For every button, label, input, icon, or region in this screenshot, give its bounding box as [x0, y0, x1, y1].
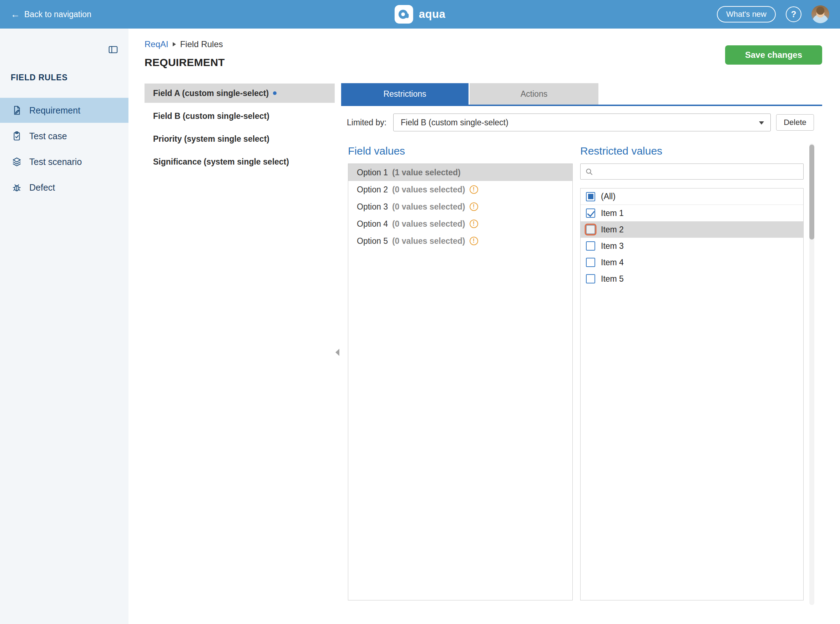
- sidebar-item-label: Requirement: [29, 105, 80, 116]
- option-name: Option 3: [357, 202, 388, 212]
- field-value-row-option-1[interactable]: Option 1 (1 value selected): [348, 164, 572, 181]
- restricted-row-item-3[interactable]: Item 3: [581, 238, 803, 254]
- breadcrumb-current: Field Rules: [180, 39, 223, 49]
- search-icon: [585, 167, 593, 178]
- document-edit-icon: [11, 105, 22, 116]
- sidebar: FIELD RULES Requirement Test case: [0, 29, 128, 624]
- sidebar-menu: Requirement Test case Test scenario: [0, 98, 128, 201]
- back-to-navigation-link[interactable]: Back to navigation: [11, 0, 91, 29]
- field-row-field-b[interactable]: Field B (custom single-select): [145, 107, 335, 126]
- whats-new-button[interactable]: What's new: [717, 6, 776, 23]
- sidebar-collapse-icon[interactable]: [108, 44, 119, 55]
- avatar[interactable]: [811, 5, 829, 23]
- topbar-right: What's new ?: [717, 0, 829, 29]
- restricted-item-label: (All): [601, 192, 615, 201]
- sidebar-item-test-case[interactable]: Test case: [0, 124, 128, 148]
- field-row-label: Field A (custom single-select): [153, 88, 269, 98]
- layers-icon: [11, 156, 22, 167]
- scrollbar-thumb[interactable]: [809, 145, 814, 239]
- field-row-label: Priority (system single select): [153, 134, 270, 144]
- page-title: REQUIREMENT: [145, 56, 225, 68]
- option-status: (0 values selected): [392, 185, 465, 195]
- vertical-scrollbar[interactable]: [809, 144, 814, 605]
- checkbox-checked-icon[interactable]: [586, 209, 595, 218]
- aqua-logo-icon: [395, 5, 413, 23]
- field-value-row-option-2[interactable]: Option 2 (0 values selected): [348, 181, 572, 198]
- top-bar: Back to navigation aqua What's new ?: [0, 0, 840, 29]
- warning-icon: [470, 237, 478, 245]
- restricted-values-heading: Restricted values: [580, 145, 662, 157]
- option-name: Option 1: [357, 168, 388, 178]
- warning-icon: [470, 202, 478, 211]
- field-value-row-option-5[interactable]: Option 5 (0 values selected): [348, 232, 572, 250]
- tab-underline: [341, 105, 822, 106]
- sidebar-item-label: Defect: [29, 182, 55, 193]
- breadcrumb-link-reqai[interactable]: ReqAI: [145, 39, 168, 49]
- breadcrumb: ReqAI Field Rules: [145, 39, 223, 49]
- checkbox-unchecked-icon[interactable]: [586, 258, 595, 267]
- field-value-row-option-4[interactable]: Option 4 (0 values selected): [348, 215, 572, 232]
- chevron-down-icon: [759, 121, 764, 125]
- restricted-values-search: [580, 164, 804, 179]
- option-status: (1 value selected): [392, 168, 461, 178]
- field-rules-list: Field A (custom single-select) Field B (…: [145, 83, 335, 175]
- option-name: Option 2: [357, 185, 388, 195]
- field-row-priority[interactable]: Priority (system single select): [145, 129, 335, 148]
- search-input[interactable]: [598, 164, 801, 179]
- checkbox-unchecked-icon[interactable]: [586, 274, 595, 283]
- checkbox-focused-icon[interactable]: [586, 225, 595, 234]
- restricted-row-item-5[interactable]: Item 5: [581, 270, 803, 287]
- option-status: (0 values selected): [392, 202, 465, 212]
- restricted-row-item-4[interactable]: Item 4: [581, 254, 803, 270]
- restricted-item-label: Item 4: [601, 258, 624, 267]
- sidebar-item-requirement[interactable]: Requirement: [0, 98, 128, 123]
- restricted-row-item-1[interactable]: Item 1: [581, 205, 803, 221]
- help-icon[interactable]: ?: [786, 6, 801, 22]
- brand: aqua: [395, 0, 445, 29]
- field-row-label: Significance (system single select): [153, 157, 289, 167]
- field-row-significance[interactable]: Significance (system single select): [145, 152, 335, 171]
- warning-icon: [470, 185, 478, 194]
- option-name: Option 4: [357, 219, 388, 229]
- app-root: Back to navigation aqua What's new ? FIE: [0, 0, 840, 624]
- field-values-heading: Field values: [348, 145, 405, 157]
- checkbox-unchecked-icon[interactable]: [586, 241, 595, 250]
- sidebar-item-label: Test case: [29, 131, 67, 141]
- field-value-row-option-3[interactable]: Option 3 (0 values selected): [348, 198, 572, 215]
- back-arrow-icon: [11, 10, 20, 19]
- sidebar-item-defect[interactable]: Defect: [0, 175, 128, 200]
- warning-icon: [470, 219, 478, 228]
- tab-actions[interactable]: Actions: [470, 83, 598, 105]
- back-label: Back to navigation: [24, 10, 91, 19]
- field-row-label: Field B (custom single-select): [153, 111, 270, 121]
- restricted-item-label: Item 3: [601, 241, 624, 251]
- option-status: (0 values selected): [392, 219, 465, 229]
- sidebar-item-label: Test scenario: [29, 157, 82, 167]
- delete-button[interactable]: Delete: [776, 114, 814, 131]
- tab-restrictions[interactable]: Restrictions: [341, 83, 469, 105]
- sidebar-item-test-scenario[interactable]: Test scenario: [0, 149, 128, 174]
- panel-collapse-arrow-icon[interactable]: [335, 349, 339, 356]
- modified-dot-icon: [273, 91, 277, 95]
- field-row-field-a[interactable]: Field A (custom single-select): [145, 83, 335, 103]
- field-values-list: Option 1 (1 value selected) Option 2 (0 …: [348, 164, 573, 601]
- main-content: ReqAI Field Rules REQUIREMENT Save chang…: [128, 29, 840, 624]
- limited-by-value: Field B (custom single-select): [401, 118, 509, 127]
- restricted-item-label: Item 5: [601, 274, 624, 284]
- restricted-item-label: Item 2: [601, 225, 624, 235]
- restricted-row-all[interactable]: (All): [581, 188, 803, 205]
- breadcrumb-separator-icon: [173, 42, 176, 46]
- clipboard-check-icon: [11, 131, 22, 141]
- checkbox-indeterminate-icon[interactable]: [586, 192, 595, 201]
- brand-name: aqua: [419, 8, 445, 21]
- restricted-row-item-2[interactable]: Item 2: [581, 221, 803, 238]
- sidebar-title: FIELD RULES: [11, 73, 68, 82]
- restricted-values-list: (All) Item 1 Item 2 Item 3 Item 4 Item 5: [580, 188, 804, 601]
- option-name: Option 5: [357, 236, 388, 246]
- limited-by-select[interactable]: Field B (custom single-select): [393, 114, 771, 131]
- save-changes-button[interactable]: Save changes: [725, 45, 822, 65]
- restricted-item-label: Item 1: [601, 209, 624, 218]
- option-status: (0 values selected): [392, 236, 465, 246]
- limited-by-label: Limited by:: [347, 114, 387, 131]
- bug-icon: [11, 182, 22, 193]
